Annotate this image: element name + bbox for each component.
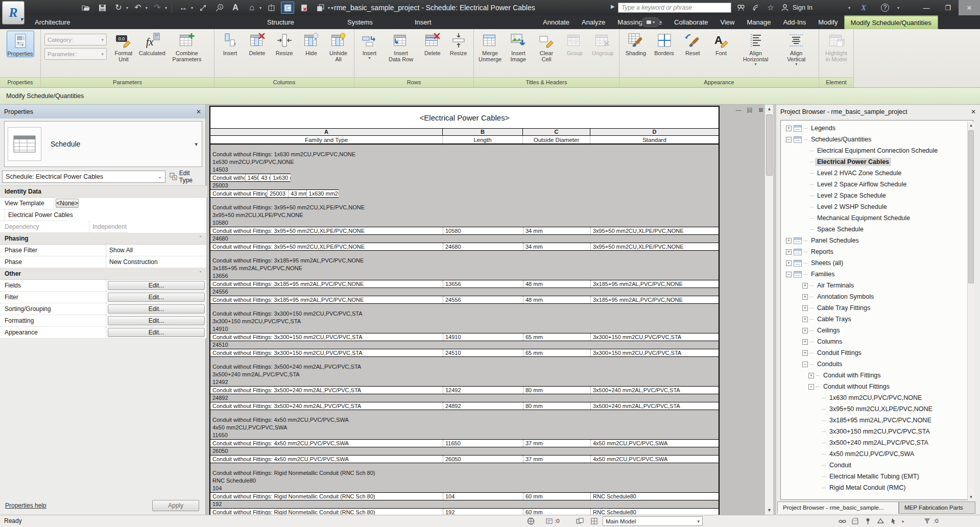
column-header[interactable]: Family and Type [210,136,443,143]
insert-image-button[interactable]: Insert Image [505,31,532,62]
ribbon-tab[interactable]: Insert [409,15,537,29]
group-header-row[interactable]: Conduit without Fittings: 3x300+150 mm2C… [210,304,719,333]
cell-length[interactable]: 24680 [443,243,523,250]
restore-icon[interactable]: ❐ [937,0,959,15]
tree-item[interactable]: + Sheets (all) [781,257,973,269]
cell-outside-diameter[interactable]: 43 mm [288,190,306,197]
cell-length[interactable]: 25003 [267,190,288,197]
3d-view-dropdown-icon[interactable]: ▾ [259,6,261,10]
schedule-title[interactable]: <Electrical Power Cables> [210,107,719,129]
cell-family-and-type[interactable]: Conduit without Fittings: 1x630 mm2CU,PV… [210,190,267,197]
sign-in-button[interactable]: Sign In [793,0,812,15]
ribbon-tab[interactable]: View [714,15,741,29]
tree-item-label[interactable]: Level 2 Space Schedule [815,191,888,200]
cell-length[interactable]: 11650 [443,440,523,447]
favorites-icon[interactable]: ☆ [765,3,776,13]
tree-item[interactable]: 3x185+95 mm2AL,PVC/PVC,NONE [781,415,973,426]
cell-standard[interactable]: 4x50 mm2CU,PVC/PVC,SWA [590,440,719,447]
tree-item-label[interactable]: Rigid Metal Conduit (RMC) [827,484,907,492]
property-value[interactable]: New Construction [106,256,206,268]
properties-palette-header[interactable]: Properties ✕ [0,105,205,118]
cell-length[interactable]: 26050 [443,456,523,463]
property-value[interactable]: Edit... [106,315,206,326]
property-row[interactable]: Appearance Edit... ˆ [0,327,206,339]
column-letter[interactable]: A [210,129,443,135]
tree-item-label[interactable]: Level 2 Space Airflow Schedule [815,180,909,188]
tab-project-browser[interactable]: Project Browser - rme_basic_sample... [777,501,899,514]
ribbon-tab[interactable]: Collaborate [668,15,714,29]
cell-family-and-type[interactable]: Conduit without Fittings: 3x500+240 mm2A… [210,402,443,410]
cell-standard[interactable]: 4x50 mm2CU,PVC/PVC,SWA [590,456,719,463]
tree-item[interactable]: + Reports [781,246,973,257]
property-row[interactable]: View Name Electrical Power Cables ˆ [0,209,67,221]
expander-icon[interactable]: + [802,350,808,356]
delete-row-button[interactable]: Delete [420,31,445,56]
shading-button[interactable]: Shading [622,31,650,56]
property-row[interactable]: Formatting Edit... ˆ [0,315,206,327]
application-menu-button[interactable]: R▾ [2,1,25,25]
tree-item-label[interactable]: Reports [809,248,835,256]
tree-item[interactable]: + Panel Schedules [781,235,973,246]
tree-item[interactable]: Electrical Metallic Tubing (EMT) [781,471,973,482]
search-icon[interactable] [735,3,747,13]
group-subheader-row[interactable]: 24556 [210,288,719,296]
vertical-scrollbar[interactable]: ▲ ▼ [764,105,773,515]
panel-label-columns[interactable]: Columns [214,77,354,87]
tree-item[interactable]: 4x50 mm2CU,PVC/PVC,SWA [781,448,973,460]
ribbon-tab[interactable]: Modify Schedule/Quantities [844,15,938,29]
category-dropdown[interactable]: Category:▾ [44,34,107,45]
tree-item[interactable]: Level 2 WSHP Schedule [781,201,973,212]
pan-icon[interactable] [527,517,535,525]
group-header-row[interactable]: Conduit without Fittings: 3x185+95 mm2AL… [210,251,719,280]
undo-icon[interactable]: ↶ [131,2,145,14]
cell-family-and-type[interactable]: Conduit without Fittings: 3x95+50 mm2CU,… [210,243,443,250]
text-icon[interactable]: A [229,2,242,14]
ungroup-button[interactable]: Ungroup [589,31,616,56]
align-vertical-dropdown-icon[interactable]: ▾ [795,62,797,66]
aligned-dimension-icon[interactable] [196,2,209,14]
tree-item-label[interactable]: 4x50 mm2CU,PVC/PVC,SWA [827,450,916,458]
resize-column-button[interactable]: Resize [271,31,297,56]
cell-standard[interactable]: 3x300+150 mm2CU,PVC/PVC,STA [590,333,719,341]
tree-item-label[interactable]: Electrical Equipment Connection Schedule [815,147,940,155]
property-row[interactable]: Phase Filter Show All ˆ [0,245,206,256]
select-pinned-icon[interactable] [864,517,872,525]
property-value[interactable]: Edit... [106,292,206,303]
scroll-up-icon[interactable]: ▲ [765,105,773,113]
tree-item-label[interactable]: Level 2 HVAC Zone Schedule [815,169,903,177]
cell-outside-diameter[interactable]: 60 mm [523,509,590,515]
expander-icon[interactable]: + [802,294,808,300]
tree-item[interactable]: − Schedules/Quantities [781,134,861,145]
cell-standard[interactable]: 3x95+50 mm2CU,XLPE/PVC,NONE [590,243,719,250]
insert-row-button[interactable]: Insert ▾ [357,31,382,60]
thin-lines-icon[interactable] [281,2,294,14]
tree-item[interactable]: 1x630 mm2CU,PVC/PVC,NONE [781,392,973,403]
group-subheader-row[interactable]: 25003 [210,182,278,189]
ribbon-display-options-button[interactable]: ▾ [641,17,660,27]
ribbon-tab[interactable]: Analyze [576,15,611,29]
cell-outside-diameter[interactable]: 65 mm [523,333,590,341]
tree-item[interactable]: Level 2 HVAC Zone Schedule [781,167,973,179]
tree-item-label[interactable]: 3x500+240 mm2AL,PVC/PVC,STA [827,439,930,447]
collapse-icon[interactable]: ˆ [200,271,201,277]
cell-family-and-type[interactable]: Conduit without Fittings: Rigid Nonmetal… [210,509,443,515]
apply-button[interactable]: Apply [152,500,199,511]
expander-icon[interactable]: + [802,339,808,345]
drag-on-selection-icon[interactable] [890,517,898,525]
scroll-down-icon[interactable]: ▼ [765,506,773,515]
cell-length[interactable]: 104 [443,493,523,500]
group-subheader-row[interactable]: 192 [210,500,719,508]
close-view-icon[interactable]: ⊠ [757,107,764,114]
tree-item-label[interactable]: Panel Schedules [809,236,861,245]
scrollbar-thumb[interactable] [766,114,773,176]
property-row[interactable]: Phase New Construction ˆ [0,256,206,268]
property-row[interactable]: Dependency Independent ˆ [0,221,128,233]
minimize-view-icon[interactable]: — [735,107,742,114]
save-icon[interactable] [95,2,109,14]
property-row[interactable]: Identity Data ˆ [0,186,232,198]
tree-scrollbar[interactable]: ▲ ▼ [967,122,974,501]
cell-family-and-type[interactable]: Conduit without Fittings: 3x300+150 mm2C… [210,333,443,341]
parameter-dropdown[interactable]: Parameter:▾ [44,48,107,60]
tree-item-label[interactable]: Mechanical Equipment Schedule [815,214,912,222]
ribbon-tab[interactable]: Modify [812,15,844,29]
